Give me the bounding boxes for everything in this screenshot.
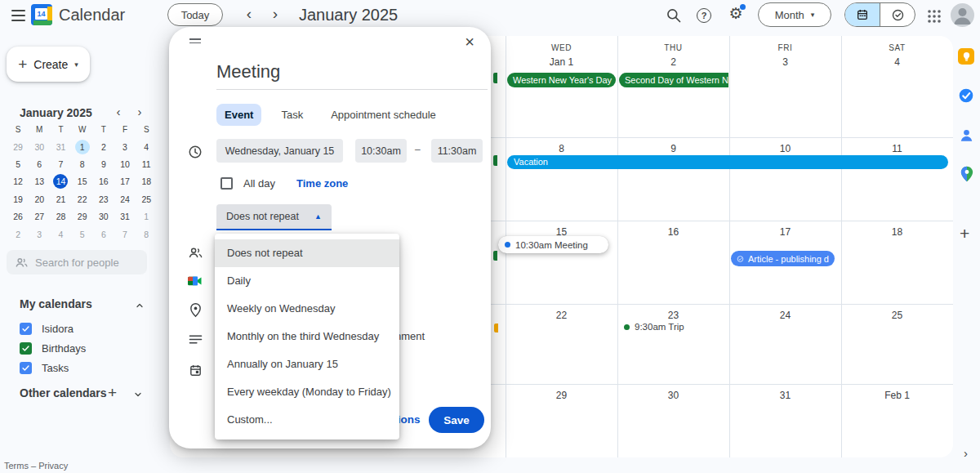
- other-calendars-expand-icon[interactable]: [131, 387, 145, 402]
- event-western-new-years-day[interactable]: Western New Year's Day: [507, 73, 616, 87]
- end-time-field[interactable]: 11:30am: [431, 139, 483, 163]
- keep-icon[interactable]: [957, 47, 975, 65]
- get-add-ons-button[interactable]: +: [960, 224, 969, 243]
- mini-calendar-day[interactable]: 5: [11, 157, 25, 172]
- create-button[interactable]: + Create ▾: [7, 47, 90, 82]
- date-cell[interactable]: 25: [841, 310, 953, 321]
- event-second-day[interactable]: Second Day of Western N: [619, 73, 728, 87]
- search-people-input[interactable]: [35, 257, 133, 269]
- user-avatar[interactable]: [951, 3, 974, 27]
- dialog-drag-handle[interactable]: [189, 38, 201, 43]
- date-cell[interactable]: 8: [506, 143, 617, 154]
- event-date-field[interactable]: Wednesday, January 15: [216, 139, 343, 163]
- mini-calendar-day[interactable]: 22: [75, 192, 90, 207]
- date-cell[interactable]: 9: [617, 143, 729, 154]
- tab-appointment-schedule[interactable]: Appointment schedule: [323, 104, 444, 126]
- mini-calendar-day[interactable]: 7: [118, 227, 132, 242]
- search-people-box[interactable]: [7, 250, 147, 274]
- google-apps-grid-icon[interactable]: [925, 7, 943, 25]
- recurrence-option[interactable]: Annually on January 15: [215, 350, 399, 378]
- tab-task[interactable]: Task: [273, 104, 311, 126]
- mini-calendar-day[interactable]: 2: [11, 227, 25, 242]
- calendar-list-item[interactable]: Tasks: [20, 358, 150, 377]
- date-cell[interactable]: 3: [729, 56, 841, 68]
- calendar-checkbox[interactable]: [20, 362, 32, 374]
- mini-calendar-day[interactable]: 6: [96, 227, 111, 242]
- recurrence-option[interactable]: Custom...: [215, 406, 399, 434]
- mini-calendar-day[interactable]: 13: [32, 174, 47, 189]
- mini-calendar-day[interactable]: 6: [32, 157, 47, 172]
- all-day-checkbox[interactable]: [220, 177, 233, 190]
- date-cell[interactable]: 17: [729, 226, 841, 238]
- mini-calendar-day[interactable]: 9: [96, 157, 111, 172]
- mini-calendar-day[interactable]: 10: [118, 157, 132, 172]
- mini-calendar-day[interactable]: 30: [32, 140, 47, 154]
- clipped-event[interactable]: [493, 155, 497, 166]
- mini-calendar-day[interactable]: 3: [118, 140, 132, 154]
- mini-calendar-day[interactable]: 14: [53, 174, 68, 189]
- recurrence-select[interactable]: Does not repeat ▲: [216, 204, 332, 230]
- date-cell[interactable]: 2: [617, 56, 729, 68]
- mini-calendar-day[interactable]: 15: [75, 174, 90, 189]
- date-cell[interactable]: 31: [729, 390, 841, 401]
- mini-calendar-day[interactable]: 1: [139, 209, 154, 224]
- calendar-checkbox[interactable]: [20, 342, 32, 355]
- date-cell[interactable]: 22: [506, 310, 617, 321]
- mini-calendar-day[interactable]: 5: [75, 227, 90, 242]
- my-calendars-header[interactable]: My calendars: [20, 297, 92, 310]
- mini-calendar-day[interactable]: 25: [139, 192, 154, 207]
- recurrence-option[interactable]: Daily: [215, 267, 399, 295]
- mini-calendar-day[interactable]: 7: [53, 157, 68, 172]
- mini-calendar-day[interactable]: 19: [11, 192, 25, 207]
- mini-calendar-day[interactable]: 30: [96, 209, 111, 224]
- clipped-event[interactable]: [494, 324, 498, 332]
- other-calendars-header[interactable]: Other calendars: [20, 386, 107, 399]
- date-cell[interactable]: 29: [506, 390, 617, 401]
- mini-calendar-day[interactable]: 26: [11, 209, 25, 224]
- mini-calendar-day[interactable]: 29: [75, 209, 90, 224]
- start-time-field[interactable]: 10:30am: [355, 139, 407, 163]
- side-panel-collapse-icon[interactable]: ›: [964, 446, 968, 460]
- add-other-calendars-button[interactable]: +: [108, 384, 117, 402]
- next-month-button[interactable]: ›: [266, 5, 284, 23]
- mini-calendar-day[interactable]: 12: [11, 174, 25, 189]
- mini-calendar-day[interactable]: 3: [32, 227, 47, 242]
- close-icon[interactable]: ×: [460, 32, 479, 51]
- mini-calendar-prev-button[interactable]: ‹: [111, 105, 126, 118]
- event-vacation-banner[interactable]: Vacation: [507, 155, 948, 169]
- mini-calendar-day[interactable]: 21: [53, 192, 68, 207]
- maps-icon[interactable]: [958, 165, 976, 183]
- recurrence-option[interactable]: Every weekday (Monday to Friday): [215, 378, 399, 406]
- mini-calendar-day[interactable]: 16: [96, 174, 111, 189]
- mini-calendar-day[interactable]: 8: [139, 227, 154, 242]
- tasks-icon[interactable]: [957, 87, 975, 105]
- date-cell[interactable]: 4: [841, 56, 953, 68]
- date-cell[interactable]: 11: [841, 143, 953, 154]
- mini-calendar-day[interactable]: 2: [96, 140, 111, 154]
- mini-calendar-day[interactable]: 8: [75, 157, 90, 172]
- tasks-view-toggle-button[interactable]: [880, 3, 915, 26]
- recurrence-option[interactable]: Weekly on Wednesday: [215, 295, 399, 323]
- my-calendars-collapse-icon[interactable]: [132, 298, 147, 313]
- clipped-event[interactable]: [493, 73, 497, 83]
- mini-calendar-day[interactable]: 24: [118, 192, 132, 207]
- settings-gear-icon[interactable]: ⚙: [725, 4, 746, 25]
- calendar-tasks-toggle[interactable]: [844, 2, 915, 27]
- mini-calendar-day[interactable]: 18: [139, 174, 154, 189]
- today-button[interactable]: Today: [167, 3, 223, 26]
- tab-event[interactable]: Event: [216, 104, 261, 126]
- mini-calendar-day[interactable]: 27: [32, 209, 47, 224]
- mini-calendar-day[interactable]: 31: [118, 209, 132, 224]
- event-trip[interactable]: 9:30am Trip: [624, 322, 684, 332]
- time-zone-link[interactable]: Time zone: [296, 177, 348, 190]
- prev-month-button[interactable]: ‹: [240, 5, 258, 23]
- event-title-input[interactable]: [216, 61, 488, 90]
- contacts-icon[interactable]: [957, 126, 975, 144]
- mini-calendar-day[interactable]: 23: [96, 192, 111, 207]
- view-selector-dropdown[interactable]: Month ▾: [758, 2, 831, 27]
- terms-privacy-link[interactable]: Terms – Privacy: [4, 461, 68, 471]
- date-cell[interactable]: 10: [729, 143, 841, 154]
- mini-calendar-next-button[interactable]: ›: [132, 105, 147, 118]
- calendar-checkbox[interactable]: [20, 323, 32, 335]
- recurrence-option[interactable]: Monthly on the third Wednesday: [215, 323, 399, 350]
